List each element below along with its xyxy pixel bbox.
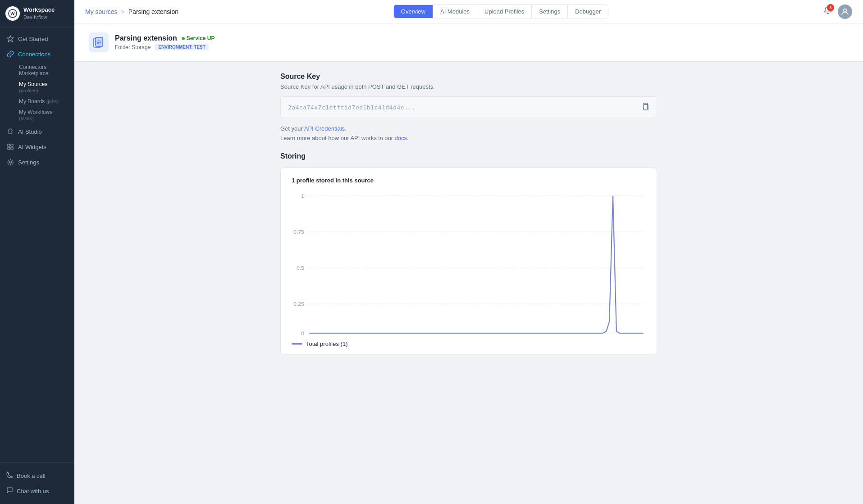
ai-widgets-label: AI Widgets [18,144,46,150]
settings-label: Settings [18,159,39,166]
service-info: Parsing extension Service UP Folder Stor… [115,34,215,50]
sidebar-item-get-started[interactable]: Get Started [0,31,74,46]
api-docs-link[interactable]: docs [395,135,407,141]
book-call-item[interactable]: Book a call [0,468,74,483]
svg-text:1: 1 [301,193,304,199]
main: My sources > Parsing extension Overview … [74,0,863,504]
chart-container: 1 profile stored in this source 1 0.75 0… [280,168,657,355]
notif-badge: 3 [827,4,834,11]
link-icon [6,50,14,58]
svg-text:W: W [10,11,15,16]
source-key-desc: Source Key for API usage in both POST an… [280,83,657,90]
star-icon [6,35,14,43]
sidebar-item-settings[interactable]: Settings [0,154,74,170]
phone-icon [6,472,13,480]
legend-label: Total profiles (1) [306,341,347,347]
service-meta: Folder Storage ENVIRONMENT: Test [115,44,215,50]
status-badge: Service UP [182,35,215,41]
chat-icon [6,487,13,495]
copy-button[interactable] [641,102,649,112]
breadcrumb: My sources > Parsing extension [85,8,178,15]
legend-color [292,343,302,345]
connections-label: Connections [18,51,50,58]
svg-rect-3 [8,144,10,146]
tab-upload-profiles[interactable]: Upload Profiles [477,5,532,18]
workspace-logo: W [5,6,20,21]
api-link-credentials: Get your API Credentials. [280,125,657,132]
service-name: Parsing extension Service UP [115,34,215,42]
svg-text:0: 0 [301,330,304,335]
svg-text:0.5: 0.5 [297,265,304,271]
notifications-button[interactable]: 3 [823,6,832,17]
sidebar-item-connections[interactable]: Connections [0,46,74,62]
svg-rect-6 [11,147,13,150]
content-area: Parsing extension Service UP Folder Stor… [74,23,863,504]
chart-label: 1 profile stored in this source [292,177,646,184]
topbar: My sources > Parsing extension Overview … [74,0,863,23]
storing-title: Storing [280,152,657,160]
svg-text:0.75: 0.75 [293,229,304,235]
breadcrumb-link[interactable]: My sources [85,8,118,15]
ai-studio-label: AI Studio [18,128,42,135]
chat-us-item[interactable]: Chat with us [0,483,74,499]
page-content: Source Key Source Key for API usage in b… [266,62,671,391]
sidebar-item-my-workflows[interactable]: My Workflows (tasks) [13,107,74,124]
tab-settings[interactable]: Settings [532,5,568,18]
svg-text:0.25: 0.25 [293,301,304,307]
breadcrumb-separator: > [121,8,125,15]
get-started-label: Get Started [18,36,48,42]
service-icon [89,32,109,52]
book-call-label: Book a call [17,472,46,479]
breadcrumb-current: Parsing extension [128,8,178,15]
chart-legend: Total profiles (1) [292,341,646,347]
status-dot [182,37,185,40]
service-type: Folder Storage [115,44,151,50]
source-key-value: 2a4ea74x7c1etftid7ed1b1c41d4d4e... [288,104,416,111]
source-key-box: 2a4ea74x7c1etftid7ed1b1c41d4d4e... [280,96,657,118]
sidebar-item-connectors-marketplace[interactable]: Connectors Marketplace [13,62,74,79]
api-credentials-link[interactable]: API Credentials [304,125,345,132]
sidebar-item-my-sources[interactable]: My Sources (profiles) [13,79,74,96]
sidebar: W Workspace Dev-hrflow Get Started [0,0,74,504]
topbar-tabs: Overview AI Modules Upload Profiles Sett… [393,5,608,18]
svg-marker-2 [7,36,14,42]
connections-sub: Connectors Marketplace My Sources (profi… [0,62,74,124]
api-links: Get your API Credentials. Learn more abo… [280,125,657,141]
sidebar-nav: Get Started Connections Connectors Marke… [0,27,74,462]
chart-svg: 1 0.75 0.5 0.25 0 10/2021 03/2022 [292,191,646,335]
env-badge: ENVIRONMENT: Test [155,44,208,50]
brain-icon [6,127,14,136]
sidebar-header: W Workspace Dev-hrflow [0,0,74,27]
sidebar-item-my-boards[interactable]: My Boards (jobs) [13,96,74,107]
tab-overview[interactable]: Overview [394,5,433,18]
tab-debugger[interactable]: Debugger [568,5,608,18]
service-header: Parsing extension Service UP Folder Stor… [74,23,863,62]
chat-us-label: Chat with us [17,488,49,495]
sidebar-item-ai-studio[interactable]: AI Studio [0,124,74,139]
chart-area: 1 0.75 0.5 0.25 0 10/2021 03/2022 [292,191,646,335]
svg-point-8 [843,9,846,12]
workspace-name: Workspace [23,6,55,14]
gear-icon [6,158,14,166]
svg-rect-10 [96,37,103,46]
svg-point-7 [9,161,12,163]
source-key-title: Source Key [280,73,657,81]
workspace-info: Workspace Dev-hrflow [23,6,55,20]
sidebar-footer: Book a call Chat with us [0,462,74,504]
svg-rect-5 [8,147,10,150]
workspace-sub: Dev-hrflow [23,14,55,20]
chart-line [309,196,643,333]
svg-rect-4 [11,144,13,146]
sidebar-item-ai-widgets[interactable]: AI Widgets [0,139,74,154]
widget-icon [6,143,14,151]
topbar-right: 3 [823,5,852,19]
api-link-docs: Learn more about how our API works in ou… [280,135,657,141]
tab-ai-modules[interactable]: AI Modules [433,5,477,18]
user-avatar[interactable] [838,5,852,19]
